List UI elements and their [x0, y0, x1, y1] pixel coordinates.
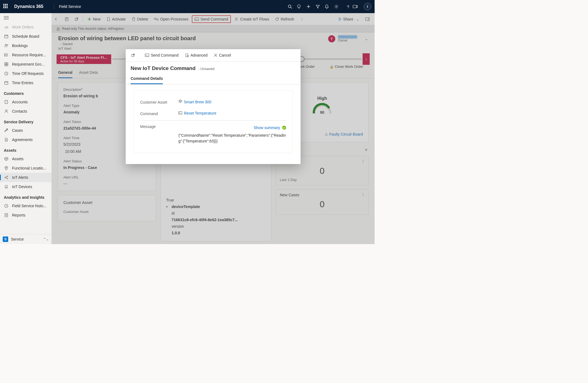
nav-time-off[interactable]: Time Off Requests — [0, 69, 51, 78]
success-icon — [282, 126, 286, 130]
settings-icon[interactable] — [334, 4, 343, 9]
svg-point-18 — [4, 55, 5, 55]
svg-rect-27 — [5, 100, 8, 104]
wrench-icon — [4, 128, 9, 133]
svg-rect-25 — [5, 81, 8, 84]
modal-customer-asset-label: Customer Asset — [140, 100, 178, 104]
global-nav: Dynamics 365 Field Service ? — [0, 0, 375, 13]
nav-resource-requirements[interactable]: Resource Require... — [0, 50, 51, 60]
svg-point-35 — [6, 167, 7, 168]
modal-overlay: Send Command Advanced Cancel New IoT Dev… — [52, 13, 375, 244]
people-icon — [4, 43, 9, 48]
nav-iot-devices[interactable]: IoT Devices — [0, 182, 51, 191]
app-name: Field Service — [59, 4, 81, 9]
doc-icon — [4, 137, 9, 142]
svg-point-12 — [5, 44, 7, 46]
lightbulb-icon[interactable] — [297, 4, 306, 9]
clock-icon — [4, 71, 9, 76]
pin-icon — [4, 166, 9, 171]
nav-time-entries[interactable]: Time Entries — [0, 78, 51, 87]
nav-assets[interactable]: Assets — [0, 154, 51, 163]
teams-icon[interactable] — [353, 5, 362, 8]
calendar-icon — [4, 80, 9, 85]
svg-point-0 — [288, 5, 291, 8]
site-nav: ▭Work Orders Schedule Board Bookings Res… — [0, 13, 52, 244]
show-summary-link[interactable]: Show summary — [254, 125, 280, 130]
nav-bookings[interactable]: Bookings — [0, 41, 51, 50]
person-icon — [4, 109, 9, 114]
svg-point-5 — [336, 6, 337, 7]
nav-requirement-groups[interactable]: Requirement Gro... — [0, 60, 51, 69]
device-icon — [4, 184, 9, 189]
nav-group-service: Service Delivery — [0, 116, 51, 126]
search-icon[interactable] — [288, 4, 297, 9]
modal-command-label: Command — [140, 111, 178, 116]
command-icon — [178, 111, 182, 115]
doc-icon: ▭ — [4, 25, 9, 30]
bell-icon[interactable] — [325, 4, 334, 9]
chevron-updown-icon[interactable]: ⌃⌄ — [43, 237, 49, 241]
nav-reports[interactable]: Reports — [0, 210, 51, 220]
svg-rect-44 — [5, 214, 8, 217]
nav-fs-history[interactable]: Field Service histo... — [0, 201, 51, 210]
nav-schedule-board[interactable]: Schedule Board — [0, 32, 51, 41]
nav-cases[interactable]: Cases — [0, 126, 51, 135]
nav-item-truncated[interactable]: ▭Work Orders — [0, 22, 51, 32]
modal-cancel[interactable]: Cancel — [211, 51, 234, 59]
iot-icon — [4, 175, 9, 180]
building-icon — [4, 100, 9, 104]
modal-command-bar: Send Command Advanced Cancel — [126, 49, 301, 62]
app-launcher-icon[interactable] — [3, 4, 9, 9]
area-label: Service — [11, 237, 24, 241]
user-avatar[interactable] — [364, 3, 371, 10]
svg-point-32 — [5, 110, 7, 111]
svg-line-39 — [5, 177, 7, 177]
modal-advanced[interactable]: Advanced — [182, 51, 210, 59]
modal-command-link[interactable]: Reset Temperature — [184, 111, 216, 115]
modal-message-label: Message — [140, 124, 178, 129]
nav-group-analytics: Analytics and Insights — [0, 191, 51, 201]
cube-icon — [178, 100, 182, 104]
svg-rect-21 — [7, 63, 8, 64]
grid-icon — [4, 62, 9, 67]
message-json[interactable]: {"CommandName":"Reset Temperature","Para… — [178, 133, 286, 144]
svg-rect-6 — [353, 5, 356, 8]
modal-tab-command-details[interactable]: Command Details — [131, 74, 163, 84]
send-command-modal: Send Command Advanced Cancel New IoT Dev… — [126, 49, 301, 164]
svg-rect-20 — [5, 63, 6, 64]
modal-save-state: - Unsaved — [198, 67, 214, 71]
modal-popout[interactable] — [128, 52, 138, 59]
help-icon[interactable]: ? — [343, 4, 353, 9]
cube-icon — [4, 156, 9, 161]
nav-accounts[interactable]: Accounts — [0, 97, 51, 107]
svg-point-42 — [6, 187, 7, 188]
brand-label: Dynamics 365 — [14, 4, 43, 9]
filter-icon[interactable] — [316, 4, 325, 9]
nav-group-customers: Customers — [0, 87, 51, 97]
modal-customer-asset-link[interactable]: Smart Brew 300 — [184, 100, 211, 104]
calendar-icon — [4, 34, 9, 39]
nav-divider — [54, 4, 54, 9]
svg-rect-64 — [179, 112, 182, 114]
nav-group-assets: Assets — [0, 144, 51, 154]
nav-contacts[interactable]: Contacts — [0, 107, 51, 116]
nav-iot-alerts[interactable]: IoT Alerts — [0, 173, 51, 182]
svg-rect-22 — [5, 65, 6, 66]
area-switcher[interactable]: S Service ⌃⌄ — [0, 234, 51, 244]
svg-rect-23 — [7, 65, 8, 66]
report-icon — [4, 213, 9, 218]
add-icon[interactable] — [306, 4, 316, 9]
collapse-nav-icon[interactable] — [0, 13, 51, 22]
svg-line-40 — [5, 178, 7, 179]
content-area: New Activate Delete Open Processes Send … — [52, 13, 375, 244]
svg-line-1 — [291, 7, 292, 8]
svg-point-61 — [187, 55, 189, 57]
area-badge: S — [3, 236, 8, 242]
modal-send-command[interactable]: Send Command — [142, 51, 181, 59]
svg-point-17 — [4, 54, 5, 54]
nav-agreements[interactable]: Agreements — [0, 135, 51, 144]
modal-title: New IoT Device Command — [131, 65, 196, 71]
nav-functional-locations[interactable]: Functional Locatio... — [0, 163, 51, 173]
list-icon — [4, 52, 9, 57]
svg-point-19 — [4, 56, 5, 56]
